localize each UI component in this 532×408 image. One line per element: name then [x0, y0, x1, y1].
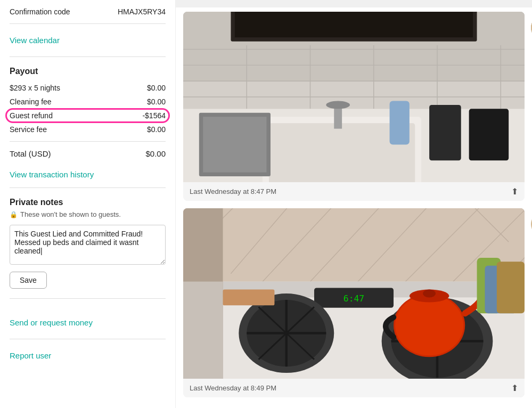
payout-cleaning-value: $0.00 [147, 97, 166, 106]
message-image-container-2: 6:47 [183, 208, 525, 397]
svg-rect-21 [469, 109, 509, 160]
svg-rect-66 [497, 262, 525, 313]
svg-text:6:47: 6:47 [343, 293, 364, 304]
svg-rect-47 [183, 282, 223, 379]
payout-refund-label: Guest refund [10, 111, 53, 120]
confirmation-row: Confirmation code HMAJX5RY34 [10, 0, 166, 24]
view-transaction-link[interactable]: View transaction history [10, 161, 166, 188]
message-card-2: 6:47 [183, 208, 525, 397]
total-label: Total (USD) [10, 149, 51, 158]
view-calendar-link[interactable]: View calendar [10, 24, 166, 57]
payout-nights-value: $0.00 [147, 84, 166, 92]
payout-row-nights: $293 x 5 nights $0.00 [10, 84, 166, 92]
top-image-stub [176, 0, 532, 7]
message-image-container-1: Last Wednesday at 8:47 PM ⬆ [183, 12, 525, 201]
svg-rect-3 [235, 12, 473, 37]
payout-row-refund: Guest refund -$1564 [10, 111, 166, 120]
svg-rect-67 [223, 290, 275, 306]
report-user-link[interactable]: Report user [10, 339, 166, 360]
message-timestamp-2: Last Wednesday at 8:49 PM [190, 384, 276, 392]
payout-divider [10, 141, 166, 142]
message-footer-2: Last Wednesday at 8:49 PM ⬆ [183, 379, 525, 397]
payout-row-service: Service fee $0.00 [10, 125, 166, 134]
share-icon-1[interactable]: ⬆ [511, 186, 518, 197]
svg-rect-22 [390, 101, 410, 144]
lock-icon: 🔒 [10, 211, 18, 218]
total-row: Total (USD) $0.00 [10, 149, 166, 158]
kitchen-stove-svg: 6:47 [183, 208, 525, 379]
private-notes-description: These won't be shown to guests. [20, 210, 121, 218]
message-footer-1: Last Wednesday at 8:47 PM ⬆ [183, 182, 525, 201]
kitchen-stove-image: 6:47 [183, 208, 525, 379]
payout-service-label: Service fee [10, 125, 47, 134]
kitchen-sink-image [183, 12, 525, 182]
private-notes-title: Private notes [10, 198, 166, 207]
svg-point-17 [326, 101, 350, 109]
payout-nights-label: $293 x 5 nights [10, 84, 60, 92]
message-timestamp-1: Last Wednesday at 8:47 PM [190, 187, 276, 195]
payout-title: Payout [10, 67, 166, 76]
confirmation-value: HMAJX5RY34 [118, 7, 166, 16]
svg-point-61 [395, 295, 463, 355]
payout-refund-value: -$1564 [142, 111, 166, 120]
svg-rect-32 [183, 208, 525, 282]
notes-textarea[interactable]: This Guest Lied and Committed Fraud! Mes… [10, 225, 166, 265]
save-button[interactable]: Save [10, 272, 47, 289]
payout-cleaning-label: Cleaning fee [10, 97, 52, 106]
confirmation-label: Confirmation code [10, 7, 70, 16]
left-panel: Confirmation code HMAJX5RY34 View calend… [0, 0, 176, 408]
share-icon-2[interactable]: ⬆ [511, 383, 518, 393]
message-card-1: Last Wednesday at 8:47 PM ⬆ [183, 12, 525, 201]
send-request-link[interactable]: Send or request money [10, 306, 166, 339]
svg-rect-19 [203, 117, 266, 172]
kitchen-sink-svg [183, 12, 525, 182]
payout-service-value: $0.00 [147, 125, 166, 134]
payout-section: Payout $293 x 5 nights $0.00 Cleaning fe… [10, 57, 166, 158]
private-notes-subtitle: 🔒 These won't be shown to guests. [10, 210, 166, 218]
payout-row-cleaning: Cleaning fee $0.00 [10, 97, 166, 106]
total-value: $0.00 [145, 149, 166, 158]
right-panel: Last Wednesday at 8:47 PM ⬆ [176, 0, 532, 408]
private-notes-section: Private notes 🔒 These won't be shown to … [10, 188, 166, 289]
notes-divider [10, 298, 166, 299]
svg-point-63 [423, 290, 436, 298]
svg-rect-20 [429, 105, 461, 160]
